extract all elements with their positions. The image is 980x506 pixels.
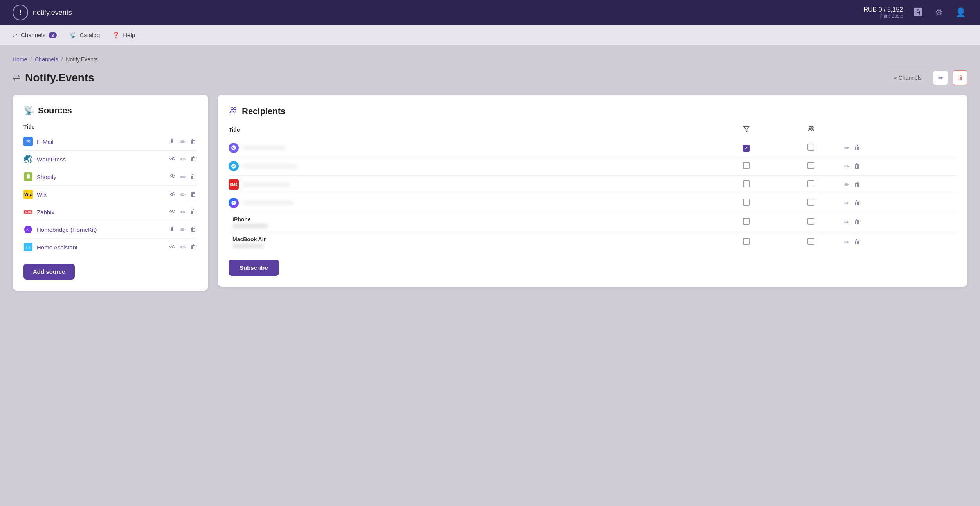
messenger-recipient-cell xyxy=(229,198,714,208)
page-header: ⇌ Notify.Events « Channels ✏ 🗑 xyxy=(13,70,967,85)
view-homebridge-icon[interactable]: 👁 xyxy=(169,225,177,234)
sms-checkbox2[interactable] xyxy=(807,180,814,187)
delete-zabbix-icon[interactable]: 🗑 xyxy=(189,208,197,216)
wix-source-label: Wix xyxy=(37,191,47,198)
edit-email-icon[interactable]: ✏ xyxy=(180,137,186,146)
macbook-checkbox1[interactable] xyxy=(743,238,750,245)
help-nav-item[interactable]: ❓ Help xyxy=(112,30,135,40)
source-name-email[interactable]: ✉ E-Mail xyxy=(23,137,169,146)
delete-messenger-icon[interactable]: 🗑 xyxy=(853,199,861,207)
edit-zabbix-icon[interactable]: ✏ xyxy=(180,208,186,217)
breadcrumb-channels[interactable]: Channels xyxy=(35,56,58,63)
svg-marker-10 xyxy=(743,126,749,132)
view-zabbix-icon[interactable]: 👁 xyxy=(169,208,177,216)
telegram-checkbox1[interactable] xyxy=(743,162,750,169)
homebridge-source-icon: ⌂ xyxy=(23,225,33,234)
edit-homeassistant-icon[interactable]: ✏ xyxy=(180,243,186,252)
channels-back-button[interactable]: « Channels xyxy=(887,71,928,84)
settings-button[interactable]: ⚙ xyxy=(933,6,944,19)
shopify-source-actions: 👁 ✏ 🗑 xyxy=(169,172,197,181)
sms-checkbox2-cell[interactable] xyxy=(778,176,843,194)
iphone-checkbox2-cell[interactable] xyxy=(778,212,843,232)
channels-nav-item[interactable]: ⇌ Channels 2 xyxy=(13,30,57,40)
iphone-checkbox2[interactable] xyxy=(807,218,814,225)
wordpress-source-icon xyxy=(23,154,33,164)
macbook-checkbox2-cell[interactable] xyxy=(778,232,843,252)
recipients-col-group[interactable] xyxy=(778,125,843,139)
edit-macbook-icon[interactable]: ✏ xyxy=(843,238,850,247)
edit-channel-button[interactable]: ✏ xyxy=(933,70,948,85)
sms-row-actions: ✏ 🗑 xyxy=(843,180,957,189)
breadcrumb-home[interactable]: Home xyxy=(13,56,27,63)
homeassistant-source-actions: 👁 ✏ 🗑 xyxy=(169,243,197,252)
sms-checkbox1-cell[interactable] xyxy=(714,176,778,194)
delete-channel-button[interactable]: 🗑 xyxy=(953,70,967,85)
profile-button[interactable]: 👤 xyxy=(954,6,967,19)
macbook-checkbox2[interactable] xyxy=(807,238,814,245)
source-name-wordpress[interactable]: WordPress xyxy=(23,154,169,164)
source-name-wix[interactable]: Wix Wix xyxy=(23,190,169,199)
edit-sms-icon[interactable]: ✏ xyxy=(843,180,850,189)
sms-icon: SMS xyxy=(229,179,239,190)
messenger-checkbox1-cell[interactable] xyxy=(714,194,778,212)
delete-shopify-icon[interactable]: 🗑 xyxy=(189,172,197,181)
delete-macbook-icon[interactable]: 🗑 xyxy=(853,238,861,246)
telegram-checkbox2[interactable] xyxy=(807,162,814,169)
subnav: ⇌ Channels 2 📡 Catalog ❓ Help xyxy=(0,25,980,45)
edit-wordpress-icon[interactable]: ✏ xyxy=(180,155,186,164)
delete-homeassistant-icon[interactable]: 🗑 xyxy=(189,243,197,251)
messenger-checkbox1[interactable] xyxy=(743,199,750,206)
source-name-homebridge[interactable]: ⌂ Homebridge (HomeKit) xyxy=(23,225,169,234)
ab-testing-button[interactable]: 🅰 xyxy=(912,6,924,19)
viber-name-blur xyxy=(243,146,286,150)
source-name-homeassistant[interactable]: ⬡ Home Assistant xyxy=(23,242,169,252)
sms-recipient-name-block xyxy=(243,183,290,187)
recipients-col-filter[interactable] xyxy=(714,125,778,139)
viber-checkbox1-cell[interactable]: ✓ xyxy=(714,139,778,157)
source-name-zabbix[interactable]: ZABBIX Zabbix xyxy=(23,207,169,217)
viber-checkbox1[interactable]: ✓ xyxy=(743,145,750,152)
macbook-name: MacBook Air xyxy=(232,236,266,242)
delete-wix-icon[interactable]: 🗑 xyxy=(189,190,197,199)
viber-checkbox2-cell[interactable] xyxy=(778,139,843,157)
view-wix-icon[interactable]: 👁 xyxy=(169,190,177,199)
delete-wordpress-icon[interactable]: 🗑 xyxy=(189,155,197,163)
list-item: MacBook Air xyxy=(229,232,957,252)
sms-checkbox1[interactable] xyxy=(743,180,750,187)
source-name-shopify[interactable]: Shopify xyxy=(23,172,169,181)
add-source-button[interactable]: Add source xyxy=(23,264,75,280)
telegram-recipient-name-block xyxy=(243,164,297,168)
edit-viber-icon[interactable]: ✏ xyxy=(843,144,850,153)
delete-telegram-icon[interactable]: 🗑 xyxy=(853,162,861,170)
list-item: Wix Wix 👁 ✏ 🗑 xyxy=(23,185,197,203)
channels-icon: ⇌ xyxy=(13,32,18,39)
view-shopify-icon[interactable]: 👁 xyxy=(169,172,177,181)
catalog-nav-item[interactable]: 📡 Catalog xyxy=(69,30,100,40)
iphone-checkbox1[interactable] xyxy=(743,218,750,225)
macbook-checkbox1-cell[interactable] xyxy=(714,232,778,252)
edit-iphone-icon[interactable]: ✏ xyxy=(843,218,850,227)
subscribe-button[interactable]: Subscribe xyxy=(229,260,279,276)
help-icon: ❓ xyxy=(112,32,120,39)
delete-iphone-icon[interactable]: 🗑 xyxy=(853,218,861,226)
view-email-icon[interactable]: 👁 xyxy=(169,137,177,146)
messenger-checkbox2-cell[interactable] xyxy=(778,194,843,212)
edit-shopify-icon[interactable]: ✏ xyxy=(180,172,186,181)
telegram-checkbox1-cell[interactable] xyxy=(714,157,778,176)
view-homeassistant-icon[interactable]: 👁 xyxy=(169,243,177,251)
edit-homebridge-icon[interactable]: ✏ xyxy=(180,225,186,234)
delete-sms-icon[interactable]: 🗑 xyxy=(853,180,861,189)
messenger-checkbox2[interactable] xyxy=(807,199,814,206)
delete-email-icon[interactable]: 🗑 xyxy=(189,137,197,146)
viber-checkbox2[interactable] xyxy=(807,144,814,151)
telegram-checkbox2-cell[interactable] xyxy=(778,157,843,176)
edit-messenger-icon[interactable]: ✏ xyxy=(843,199,850,208)
view-wordpress-icon[interactable]: 👁 xyxy=(169,155,177,163)
zabbix-source-actions: 👁 ✏ 🗑 xyxy=(169,208,197,217)
edit-wix-icon[interactable]: ✏ xyxy=(180,190,186,199)
delete-viber-icon[interactable]: 🗑 xyxy=(853,144,861,152)
edit-telegram-icon[interactable]: ✏ xyxy=(843,162,850,171)
delete-homebridge-icon[interactable]: 🗑 xyxy=(189,225,197,234)
iphone-name: iPhone xyxy=(232,216,268,222)
iphone-checkbox1-cell[interactable] xyxy=(714,212,778,232)
